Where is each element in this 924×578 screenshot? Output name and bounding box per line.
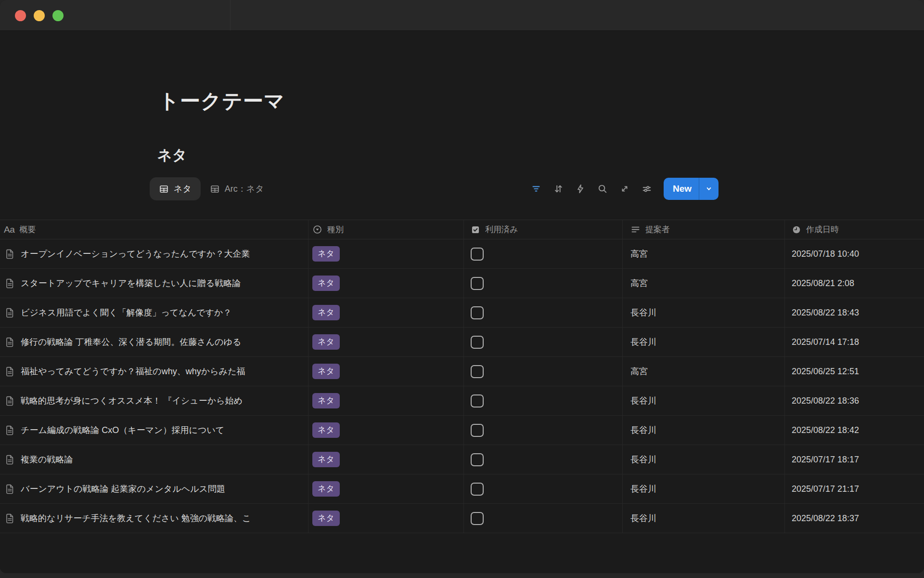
close-window-button[interactable] (15, 10, 26, 21)
type-cell[interactable]: ネタ (308, 474, 463, 503)
used-cell (463, 328, 622, 356)
table-row[interactable]: 複業の戦略論ネタ長谷川2025/07/17 18:17 (0, 445, 924, 474)
proposer-text: 長谷川 (630, 395, 656, 407)
used-checkbox[interactable] (471, 248, 484, 261)
page-title: トークテーマ (159, 90, 924, 113)
created-cell[interactable]: 2025/07/18 10:40 (784, 239, 924, 268)
aa-icon: Aa (4, 224, 14, 235)
type-cell[interactable]: ネタ (308, 416, 463, 445)
created-cell[interactable]: 2025/07/17 18:17 (784, 445, 924, 474)
expand-button[interactable] (616, 180, 634, 198)
type-cell[interactable]: ネタ (308, 269, 463, 298)
type-cell[interactable]: ネタ (308, 239, 463, 268)
used-checkbox[interactable] (471, 365, 484, 378)
table-row[interactable]: 福祉やってみてどうですか？福祉のwhy、whyからみた福ネタ高宮2025/06/… (0, 357, 924, 386)
proposer-cell[interactable]: 高宮 (622, 269, 784, 298)
type-cell[interactable]: ネタ (308, 357, 463, 386)
type-tag: ネタ (312, 393, 340, 408)
summary-cell[interactable]: オープンイノベーションってどうなったんですか？大企業 (0, 239, 308, 268)
created-cell[interactable]: 2025/07/14 17:18 (784, 328, 924, 356)
page-title-text: オープンイノベーションってどうなったんですか？大企業 (21, 248, 250, 260)
used-checkbox[interactable] (471, 306, 484, 319)
table-row[interactable]: 戦略的なリサーチ手法を教えてください 勉強の戦略論、こネタ長谷川2025/08/… (0, 504, 924, 533)
table-row[interactable]: チーム編成の戦略論 CxO（キーマン）採用についてネタ長谷川2025/08/22… (0, 416, 924, 445)
view-tab-arc-neta[interactable]: Arc：ネタ (201, 177, 273, 200)
created-text: 2025/08/22 18:37 (792, 513, 859, 524)
used-checkbox[interactable] (471, 277, 484, 290)
used-checkbox[interactable] (471, 512, 484, 525)
proposer-cell[interactable]: 長谷川 (622, 386, 784, 415)
table-row[interactable]: 修行の戦略論 丁稚奉公、深く潜る期間。佐藤さんのゆるネタ長谷川2025/07/1… (0, 328, 924, 357)
column-header-type[interactable]: 種別 (308, 220, 463, 239)
proposer-cell[interactable]: 長谷川 (622, 298, 784, 327)
column-header-label: 概要 (19, 224, 36, 235)
new-button[interactable]: New (664, 178, 719, 200)
proposer-cell[interactable]: 長谷川 (622, 416, 784, 445)
created-cell[interactable]: 2025/08/21 2:08 (784, 269, 924, 298)
proposer-text: 長谷川 (630, 424, 656, 436)
type-cell[interactable]: ネタ (308, 445, 463, 474)
zoom-window-button[interactable] (52, 10, 64, 21)
proposer-cell[interactable]: 長谷川 (622, 445, 784, 474)
column-header-used[interactable]: 利用済み (463, 220, 622, 239)
type-cell[interactable]: ネタ (308, 504, 463, 533)
table-row[interactable]: オープンイノベーションってどうなったんですか？大企業ネタ高宮2025/07/18… (0, 239, 924, 269)
proposer-cell[interactable]: 長谷川 (622, 328, 784, 356)
sort-button[interactable] (549, 180, 567, 198)
view-tab-label: ネタ (174, 183, 192, 195)
table-row[interactable]: 戦略的思考が身につくオススメ本！ 『イシューから始めネタ長谷川2025/08/2… (0, 386, 924, 416)
database-title: ネタ (157, 146, 924, 164)
chevron-down-icon[interactable] (699, 184, 719, 193)
proposer-cell[interactable]: 長谷川 (622, 504, 784, 533)
type-tag: ネタ (312, 422, 340, 438)
table-row[interactable]: バーンアウトの戦略論 起業家のメンタルヘルス問題ネタ長谷川2025/07/17 … (0, 474, 924, 504)
used-checkbox[interactable] (471, 394, 484, 407)
summary-cell[interactable]: ビジネス用語でよく聞く「解像度」ってなんですか？ (0, 298, 308, 327)
type-cell[interactable]: ネタ (308, 298, 463, 327)
summary-cell[interactable]: 戦略的なリサーチ手法を教えてください 勉強の戦略論、こ (0, 504, 308, 533)
summary-cell[interactable]: 複業の戦略論 (0, 445, 308, 474)
summary-cell[interactable]: バーンアウトの戦略論 起業家のメンタルヘルス問題 (0, 474, 308, 503)
proposer-cell[interactable]: 高宮 (622, 239, 784, 268)
type-cell[interactable]: ネタ (308, 328, 463, 356)
created-text: 2025/07/14 17:18 (792, 337, 859, 347)
page-icon (4, 277, 16, 289)
summary-cell[interactable]: チーム編成の戦略論 CxO（キーマン）採用について (0, 416, 308, 445)
used-checkbox[interactable] (471, 483, 484, 496)
created-cell[interactable]: 2025/06/25 12:51 (784, 357, 924, 386)
type-tag: ネタ (312, 334, 340, 350)
proposer-text: 長谷川 (630, 454, 656, 465)
table-row[interactable]: ビジネス用語でよく聞く「解像度」ってなんですか？ネタ長谷川2025/08/22 … (0, 298, 924, 328)
view-tabs: ネタArc：ネタ (150, 177, 273, 200)
created-text: 2025/07/18 10:40 (792, 249, 859, 259)
view-tab-neta[interactable]: ネタ (150, 177, 201, 200)
created-cell[interactable]: 2025/08/22 18:37 (784, 504, 924, 533)
search-button[interactable] (593, 180, 612, 198)
summary-cell[interactable]: 戦略的思考が身につくオススメ本！ 『イシューから始め (0, 386, 308, 415)
used-checkbox[interactable] (471, 453, 484, 466)
table-row[interactable]: スタートアップでキャリアを構築したい人に贈る戦略論ネタ高宮2025/08/21 … (0, 269, 924, 298)
used-cell (463, 386, 622, 415)
app-window: トークテーマ ネタ ネタArc：ネタ New Aa概要種別利用済み提案者作成日時… (0, 0, 924, 573)
used-checkbox[interactable] (471, 336, 484, 349)
proposer-cell[interactable]: 長谷川 (622, 474, 784, 503)
filter-button[interactable] (527, 180, 545, 198)
created-cell[interactable]: 2025/08/22 18:42 (784, 416, 924, 445)
used-checkbox[interactable] (471, 424, 484, 437)
created-cell[interactable]: 2025/08/22 18:43 (784, 298, 924, 327)
column-header-proposer[interactable]: 提案者 (622, 220, 784, 239)
column-header-created[interactable]: 作成日時 (784, 220, 924, 239)
minimize-window-button[interactable] (34, 10, 45, 21)
summary-cell[interactable]: 福祉やってみてどうですか？福祉のwhy、whyからみた福 (0, 357, 308, 386)
proposer-cell[interactable]: 高宮 (622, 357, 784, 386)
created-cell[interactable]: 2025/08/22 18:36 (784, 386, 924, 415)
used-cell (463, 298, 622, 327)
summary-cell[interactable]: スタートアップでキャリアを構築したい人に贈る戦略論 (0, 269, 308, 298)
created-cell[interactable]: 2025/07/17 21:17 (784, 474, 924, 503)
settings-sliders-button[interactable] (638, 180, 656, 198)
lightning-button[interactable] (571, 180, 590, 198)
summary-cell[interactable]: 修行の戦略論 丁稚奉公、深く潜る期間。佐藤さんのゆる (0, 328, 308, 356)
type-cell[interactable]: ネタ (308, 386, 463, 415)
column-header-summary[interactable]: Aa概要 (0, 220, 308, 239)
page-icon (4, 248, 16, 260)
